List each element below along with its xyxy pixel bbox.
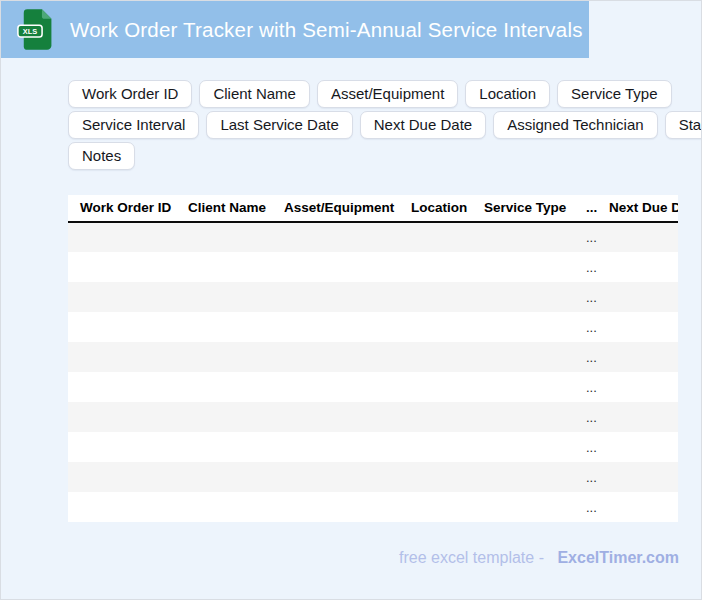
table-cell xyxy=(597,222,678,252)
table-row: ... xyxy=(68,312,678,342)
table-cell xyxy=(399,282,472,312)
table-cell: ... xyxy=(574,432,597,462)
table-column-header: Next Due Date xyxy=(597,195,678,222)
table-cell: ... xyxy=(574,462,597,492)
table-cell: ... xyxy=(574,402,597,432)
table-cell xyxy=(272,432,399,462)
table-cell xyxy=(597,252,678,282)
footer-brand-link[interactable]: ExcelTimer.com xyxy=(557,549,679,566)
filter-chip[interactable]: Location xyxy=(465,80,550,108)
filter-chip[interactable]: Service Type xyxy=(557,80,671,108)
table-cell: ... xyxy=(574,492,597,522)
table-row: ... xyxy=(68,372,678,402)
table-cell: ... xyxy=(574,252,597,282)
table-cell xyxy=(272,312,399,342)
xls-file-icon: XLS xyxy=(16,7,54,53)
footer-text: free excel template - xyxy=(399,549,544,566)
table-column-header: Work Order ID xyxy=(68,195,176,222)
table-cell xyxy=(68,492,176,522)
table-cell xyxy=(176,282,272,312)
table-cell xyxy=(68,252,176,282)
table-cell xyxy=(597,432,678,462)
table-cell: ... xyxy=(574,372,597,402)
chip-row: Service IntervalLast Service DateNext Du… xyxy=(68,111,684,139)
table-cell xyxy=(472,312,574,342)
table-cell xyxy=(176,372,272,402)
table-cell xyxy=(176,222,272,252)
table-cell xyxy=(597,492,678,522)
filter-chip[interactable]: Work Order ID xyxy=(68,80,192,108)
table-cell xyxy=(68,342,176,372)
table-cell xyxy=(176,462,272,492)
table-cell xyxy=(272,282,399,312)
table-cell xyxy=(472,222,574,252)
table-cell xyxy=(176,402,272,432)
table-column-header: Asset/Equipment xyxy=(272,195,399,222)
table-cell xyxy=(399,372,472,402)
table-cell xyxy=(68,402,176,432)
table-cell xyxy=(472,402,574,432)
table-cell xyxy=(472,372,574,402)
filter-chip[interactable]: Status xyxy=(665,111,702,139)
table-cell xyxy=(176,492,272,522)
table-cell: ... xyxy=(574,222,597,252)
table-row: ... xyxy=(68,462,678,492)
table-cell xyxy=(399,492,472,522)
table-cell xyxy=(68,432,176,462)
table-cell xyxy=(472,252,574,282)
table-row: ... xyxy=(68,282,678,312)
table-cell: ... xyxy=(574,282,597,312)
table-cell xyxy=(68,282,176,312)
table-row: ... xyxy=(68,342,678,372)
table-cell xyxy=(272,342,399,372)
table-cell xyxy=(176,432,272,462)
footer: free excel template - ExcelTimer.com xyxy=(68,549,679,567)
table-cell xyxy=(68,462,176,492)
filter-chips: Work Order IDClient NameAsset/EquipmentL… xyxy=(68,80,684,173)
table-header-row: Work Order IDClient NameAsset/EquipmentL… xyxy=(68,195,678,222)
chip-row: Work Order IDClient NameAsset/EquipmentL… xyxy=(68,80,684,108)
filter-chip[interactable]: Asset/Equipment xyxy=(317,80,458,108)
table-cell xyxy=(272,462,399,492)
filter-chip[interactable]: Client Name xyxy=(199,80,310,108)
table-cell xyxy=(68,222,176,252)
table-cell xyxy=(597,372,678,402)
table-cell xyxy=(68,312,176,342)
table-cell xyxy=(472,342,574,372)
page: XLS Work Order Tracker with Semi-Annual … xyxy=(0,0,702,600)
table-cell xyxy=(272,252,399,282)
table-cell xyxy=(272,372,399,402)
table-cell xyxy=(176,252,272,282)
table-cell xyxy=(399,252,472,282)
xls-badge-label: XLS xyxy=(23,27,37,36)
table-cell xyxy=(472,492,574,522)
table-column-header: Location xyxy=(399,195,472,222)
table-cell: ... xyxy=(574,312,597,342)
table-cell xyxy=(272,402,399,432)
filter-chip[interactable]: Notes xyxy=(68,142,135,170)
table-cell xyxy=(597,312,678,342)
table-row: ... xyxy=(68,432,678,462)
table-row: ... xyxy=(68,402,678,432)
page-title: Work Order Tracker with Semi-Annual Serv… xyxy=(70,18,583,42)
filter-chip[interactable]: Last Service Date xyxy=(206,111,352,139)
filter-chip[interactable]: Next Due Date xyxy=(360,111,486,139)
table-cell xyxy=(399,342,472,372)
table-column-header: Service Type xyxy=(472,195,574,222)
table-cell xyxy=(597,282,678,312)
table-cell xyxy=(272,222,399,252)
work-order-table: Work Order IDClient NameAsset/EquipmentL… xyxy=(68,195,678,522)
table-cell: ... xyxy=(574,342,597,372)
table-row: ... xyxy=(68,492,678,522)
table-column-header: Client Name xyxy=(176,195,272,222)
table-cell xyxy=(597,342,678,372)
table-cell xyxy=(597,402,678,432)
table-cell xyxy=(472,462,574,492)
filter-chip[interactable]: Assigned Technician xyxy=(493,111,657,139)
table-cell xyxy=(472,282,574,312)
table-cell xyxy=(176,342,272,372)
filter-chip[interactable]: Service Interval xyxy=(68,111,199,139)
table-cell xyxy=(399,432,472,462)
table-cell xyxy=(176,312,272,342)
header-bar: XLS Work Order Tracker with Semi-Annual … xyxy=(1,1,589,58)
